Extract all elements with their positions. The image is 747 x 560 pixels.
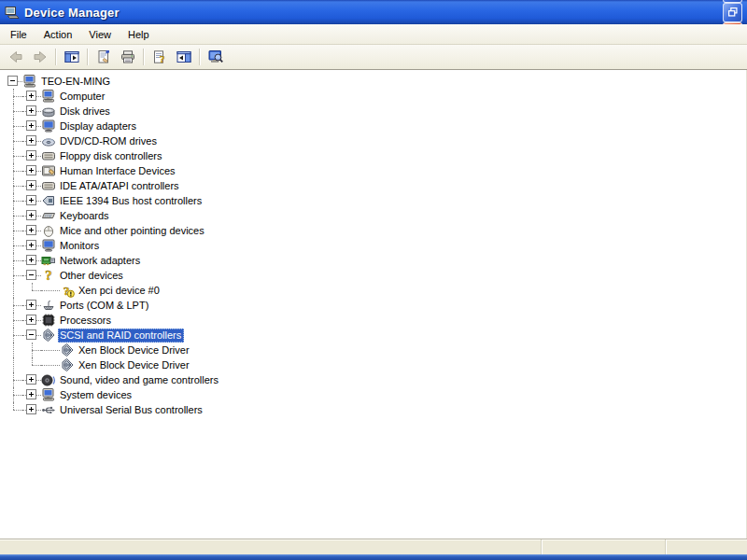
tree-item-human-interface-devices: Human Interface Devices xyxy=(4,163,746,178)
expand-toggle xyxy=(22,193,41,208)
tree-label-xen-block-device-driver[interactable]: Xen Block Device Driver xyxy=(77,343,192,357)
expand-box-icon[interactable] xyxy=(26,300,36,310)
collapse-box-icon[interactable] xyxy=(26,270,36,280)
restore-button[interactable] xyxy=(723,3,742,22)
statusbar-panel-main xyxy=(0,539,542,554)
tree-connector xyxy=(4,313,22,328)
controller-icon xyxy=(41,148,56,163)
tree-label-disk-drives[interactable]: Disk drives xyxy=(58,105,113,119)
tree-connector xyxy=(41,283,60,298)
tree-connector xyxy=(4,178,22,193)
window-title: Device Manager xyxy=(24,6,721,20)
svg-text:?: ? xyxy=(160,53,165,64)
tree-label-human-interface-devices[interactable]: Human Interface Devices xyxy=(58,164,178,178)
tree-item-ports-com-lpt: Ports (COM & LPT) xyxy=(4,298,746,313)
expand-toggle xyxy=(22,238,41,253)
tree-label-sound-video-and-game-controllers[interactable]: Sound, video and game controllers xyxy=(58,373,221,387)
forward-button[interactable] xyxy=(29,47,51,67)
collapse-box-icon[interactable] xyxy=(7,76,18,86)
menu-view[interactable]: View xyxy=(80,26,120,43)
expand-toggle xyxy=(22,178,41,193)
tree-label-floppy-disk-controllers[interactable]: Floppy disk controllers xyxy=(58,149,164,163)
computer-icon xyxy=(22,74,37,89)
tree-item-system-devices: System devices xyxy=(4,387,746,402)
back-button[interactable] xyxy=(5,47,27,67)
display-icon xyxy=(41,238,56,253)
show-hide-action-pane-button[interactable] xyxy=(173,47,195,67)
svg-text:?: ? xyxy=(45,268,52,283)
controller-icon xyxy=(41,178,56,193)
tree-label-mice-and-other-pointing-devices[interactable]: Mice and other pointing devices xyxy=(58,224,207,238)
toolbar: ? xyxy=(0,45,747,70)
help-button[interactable]: ? xyxy=(148,47,171,67)
tree-label-computer[interactable]: Computer xyxy=(58,90,107,104)
expand-toggle xyxy=(22,313,41,328)
menu-help[interactable]: Help xyxy=(120,26,158,43)
tree-label-keyboards[interactable]: Keyboards xyxy=(58,209,112,223)
menu-action[interactable]: Action xyxy=(35,26,81,43)
scan-for-hardware-changes-button[interactable] xyxy=(204,47,227,67)
device-manager-window-icon xyxy=(5,5,20,20)
tree-label-universal-serial-bus-controllers[interactable]: Universal Serial Bus controllers xyxy=(58,403,205,417)
tree-label-teo-en-ming[interactable]: TEO-EN-MING xyxy=(39,75,113,89)
tree-label-scsi-and-raid-controllers[interactable]: SCSI and RAID controllers xyxy=(58,329,184,343)
tree-item-mice-and-other-pointing-devices: Mice and other pointing devices xyxy=(4,223,746,238)
expand-box-icon[interactable] xyxy=(26,225,36,235)
tree-label-processors[interactable]: Processors xyxy=(58,314,114,328)
show-hide-console-tree-button[interactable] xyxy=(61,47,83,67)
tree-label-monitors[interactable]: Monitors xyxy=(58,239,102,253)
tree-connector xyxy=(4,238,22,253)
expand-toggle xyxy=(22,104,41,119)
tree-label-ports-com-lpt[interactable]: Ports (COM & LPT) xyxy=(58,299,151,313)
expand-toggle xyxy=(22,298,41,313)
print-button[interactable] xyxy=(117,47,139,67)
expand-box-icon[interactable] xyxy=(26,255,36,265)
collapse-box-icon[interactable] xyxy=(26,329,36,340)
tree-connector xyxy=(4,328,22,343)
expand-box-icon[interactable] xyxy=(26,165,36,175)
print-icon xyxy=(120,49,135,64)
tree-item-computer: Computer xyxy=(4,89,746,104)
tree-item-disk-drives: Disk drives xyxy=(4,104,746,119)
tree-label-xen-pci-device-0[interactable]: Xen pci device #0 xyxy=(77,284,162,298)
properties-button[interactable] xyxy=(92,47,115,67)
expand-box-icon[interactable] xyxy=(26,404,36,414)
cdrom-icon xyxy=(41,133,56,148)
tree-guide xyxy=(4,343,22,357)
tree-label-ieee-1394-bus-host-controllers[interactable]: IEEE 1394 Bus host controllers xyxy=(58,194,204,208)
expand-toggle xyxy=(22,208,41,223)
tree-label-other-devices[interactable]: Other devices xyxy=(58,269,126,283)
tree-label-ide-ata-atapi-controllers[interactable]: IDE ATA/ATAPI controllers xyxy=(58,179,182,193)
tree-label-xen-block-device-driver[interactable]: Xen Block Device Driver xyxy=(77,358,192,372)
expand-box-icon[interactable] xyxy=(26,195,36,205)
expand-toggle xyxy=(22,89,41,104)
expand-box-icon[interactable] xyxy=(26,240,36,250)
expand-toggle xyxy=(22,387,41,402)
tree-label-dvd-cd-rom-drives[interactable]: DVD/CD-ROM drives xyxy=(58,134,160,148)
scan-hardware-icon xyxy=(208,49,223,64)
tree-label-system-devices[interactable]: System devices xyxy=(58,388,134,402)
tree-label-network-adapters[interactable]: Network adapters xyxy=(58,254,143,268)
tree-connector xyxy=(4,298,22,313)
expand-box-icon[interactable] xyxy=(26,91,36,101)
expand-box-icon[interactable] xyxy=(26,180,36,190)
expand-box-icon[interactable] xyxy=(26,210,36,220)
expand-box-icon[interactable] xyxy=(26,120,36,131)
expand-box-icon[interactable] xyxy=(26,315,36,325)
tree-item-universal-serial-bus-controllers: Universal Serial Bus controllers xyxy=(4,402,746,417)
titlebar[interactable]: Device Manager xyxy=(0,0,747,24)
scsi-icon xyxy=(41,328,56,343)
expand-box-icon[interactable] xyxy=(26,150,36,161)
tree-item-network-adapters: Network adapters xyxy=(4,253,746,268)
computer-icon xyxy=(41,89,56,104)
menu-file[interactable]: File xyxy=(2,26,35,43)
statusbar-panel-3 xyxy=(667,539,747,554)
expand-box-icon[interactable] xyxy=(26,389,36,399)
ieee1394-icon xyxy=(41,193,56,208)
expand-box-icon[interactable] xyxy=(26,374,36,385)
expand-box-icon[interactable] xyxy=(26,105,36,116)
device-manager-window: Device Manager FileActionViewHelp ? TEO-… xyxy=(0,0,747,560)
expand-box-icon[interactable] xyxy=(26,135,36,146)
tree-label-display-adapters[interactable]: Display adapters xyxy=(58,119,139,133)
statusbar xyxy=(0,539,747,554)
